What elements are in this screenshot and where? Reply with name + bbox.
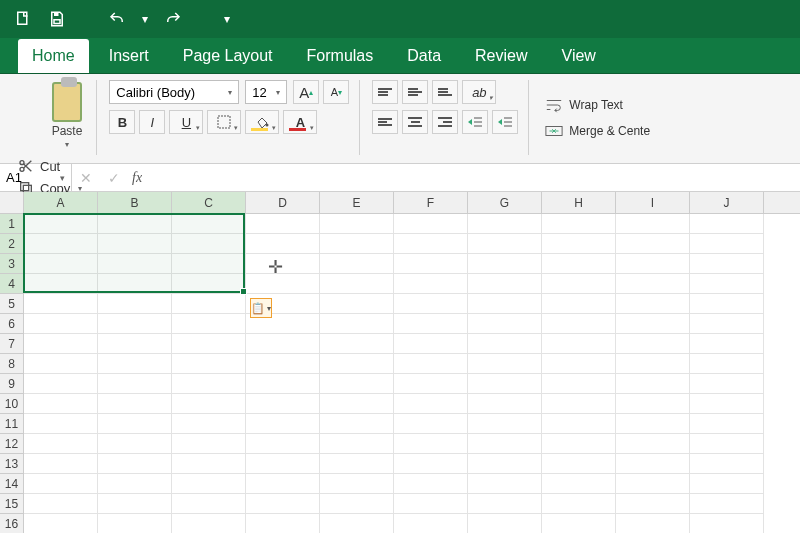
row-header[interactable]: 13: [0, 454, 23, 474]
cell[interactable]: [246, 394, 320, 414]
cell[interactable]: [320, 414, 394, 434]
italic-button[interactable]: I: [139, 110, 165, 134]
align-left-button[interactable]: [372, 110, 398, 134]
cell[interactable]: [690, 354, 764, 374]
cell[interactable]: [320, 474, 394, 494]
cell[interactable]: [24, 234, 98, 254]
cell[interactable]: [320, 254, 394, 274]
cell[interactable]: [246, 514, 320, 533]
cell[interactable]: [690, 334, 764, 354]
font-name-select[interactable]: Calibri (Body) ▾: [109, 80, 239, 104]
cell[interactable]: [394, 514, 468, 533]
cell[interactable]: [394, 374, 468, 394]
orientation-button[interactable]: ab▾: [462, 80, 496, 104]
cell[interactable]: [542, 294, 616, 314]
cell[interactable]: [616, 474, 690, 494]
cell[interactable]: [98, 374, 172, 394]
column-header[interactable]: B: [98, 192, 172, 213]
cell[interactable]: [172, 434, 246, 454]
row-header[interactable]: 10: [0, 394, 23, 414]
fill-color-button[interactable]: ▾: [245, 110, 279, 134]
cell[interactable]: [98, 474, 172, 494]
cell[interactable]: [172, 474, 246, 494]
column-header[interactable]: A: [24, 192, 98, 213]
paste-button[interactable]: Paste ▾: [48, 80, 87, 151]
cell[interactable]: [246, 474, 320, 494]
cell[interactable]: [246, 454, 320, 474]
fx-icon[interactable]: fx: [132, 170, 142, 186]
cell[interactable]: [24, 494, 98, 514]
cell[interactable]: [616, 434, 690, 454]
cell[interactable]: [542, 454, 616, 474]
cell[interactable]: [468, 454, 542, 474]
cell[interactable]: [690, 454, 764, 474]
cell[interactable]: [246, 494, 320, 514]
cell[interactable]: [690, 434, 764, 454]
cell[interactable]: [542, 314, 616, 334]
cell[interactable]: [616, 254, 690, 274]
cell[interactable]: [172, 514, 246, 533]
cell[interactable]: [468, 314, 542, 334]
cell[interactable]: [468, 494, 542, 514]
cell[interactable]: [616, 394, 690, 414]
cell[interactable]: [690, 254, 764, 274]
cell[interactable]: [98, 274, 172, 294]
cell[interactable]: [172, 314, 246, 334]
cell[interactable]: [616, 234, 690, 254]
paste-dropdown-icon[interactable]: ▾: [65, 140, 69, 149]
name-box[interactable]: A1 ▾: [0, 164, 72, 191]
cell[interactable]: [690, 314, 764, 334]
row-header[interactable]: 11: [0, 414, 23, 434]
cell[interactable]: [394, 334, 468, 354]
row-header[interactable]: 7: [0, 334, 23, 354]
cell[interactable]: [690, 374, 764, 394]
cell[interactable]: [616, 334, 690, 354]
grow-font-button[interactable]: A▴: [293, 80, 319, 104]
cell[interactable]: [172, 254, 246, 274]
cell[interactable]: [394, 234, 468, 254]
cell[interactable]: [468, 354, 542, 374]
cell[interactable]: [690, 234, 764, 254]
cell[interactable]: [172, 394, 246, 414]
column-header[interactable]: C: [172, 192, 246, 213]
cell[interactable]: [690, 274, 764, 294]
column-header[interactable]: H: [542, 192, 616, 213]
cell[interactable]: [98, 234, 172, 254]
cell[interactable]: [98, 454, 172, 474]
customize-qat-icon[interactable]: ▾: [224, 12, 230, 26]
undo-icon[interactable]: [108, 10, 126, 28]
cell[interactable]: [172, 334, 246, 354]
undo-dropdown-icon[interactable]: ▾: [142, 12, 148, 26]
cell[interactable]: [246, 434, 320, 454]
cell[interactable]: [246, 254, 320, 274]
cell[interactable]: [394, 294, 468, 314]
column-header[interactable]: E: [320, 192, 394, 213]
cell[interactable]: [24, 254, 98, 274]
cell[interactable]: [690, 494, 764, 514]
paste-options-button[interactable]: 📋: [250, 298, 272, 318]
cell[interactable]: [542, 234, 616, 254]
cell[interactable]: [468, 374, 542, 394]
cell[interactable]: [172, 294, 246, 314]
cell[interactable]: [320, 514, 394, 533]
cell[interactable]: [542, 274, 616, 294]
column-header[interactable]: J: [690, 192, 764, 213]
column-header[interactable]: I: [616, 192, 690, 213]
cell[interactable]: [690, 394, 764, 414]
cell[interactable]: [172, 374, 246, 394]
cell[interactable]: [320, 434, 394, 454]
font-color-button[interactable]: A ▾: [283, 110, 317, 134]
cell[interactable]: [468, 334, 542, 354]
cell[interactable]: [98, 514, 172, 533]
cell[interactable]: [394, 214, 468, 234]
cell[interactable]: [24, 474, 98, 494]
select-all-corner[interactable]: [0, 192, 24, 214]
cell[interactable]: [616, 454, 690, 474]
cell[interactable]: [320, 234, 394, 254]
cell[interactable]: [320, 334, 394, 354]
column-header[interactable]: G: [468, 192, 542, 213]
formula-input[interactable]: [142, 164, 800, 191]
cell[interactable]: [172, 414, 246, 434]
cell[interactable]: [616, 514, 690, 533]
cell[interactable]: [98, 254, 172, 274]
